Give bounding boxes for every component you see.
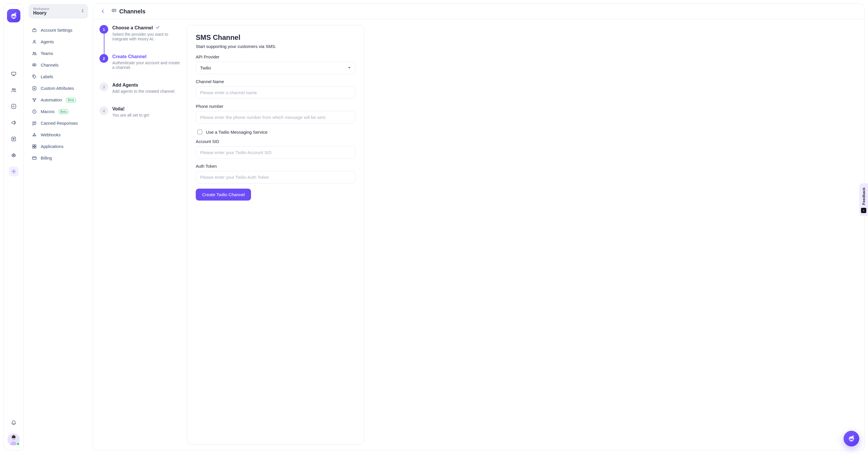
step-title: Create Channel: [112, 54, 146, 59]
rail-settings-icon[interactable]: [9, 166, 19, 176]
webhook-icon: [31, 132, 37, 138]
svg-point-30: [35, 135, 36, 136]
svg-point-27: [34, 101, 35, 102]
rail-help-center-icon[interactable]: [9, 134, 19, 144]
channel-name-input[interactable]: [196, 86, 355, 99]
auth-token-input[interactable]: [196, 171, 355, 184]
step-desc: Add agents to the created channel.: [112, 89, 176, 94]
nav-label: Account Settings: [41, 28, 72, 33]
beta-badge: Beta: [66, 98, 76, 102]
nav-custom-attributes[interactable]: Custom Attributes: [29, 83, 88, 94]
panel-header: Channels: [93, 4, 864, 19]
workspace-switcher[interactable]: Workspace Hoory: [29, 4, 88, 19]
step-title: Choose a Channel: [112, 25, 153, 31]
nav-label: Macros: [41, 109, 55, 114]
nav-label: Channels: [41, 63, 59, 67]
nav-channels[interactable]: Channels: [29, 60, 88, 70]
user-avatar[interactable]: [7, 433, 20, 446]
nav-webhooks[interactable]: Webhooks: [29, 130, 88, 140]
chevrons-up-down-icon: [81, 9, 85, 14]
status-online-indicator: [16, 442, 20, 446]
notifications-icon[interactable]: [11, 419, 17, 426]
nav-applications[interactable]: Applications: [29, 141, 88, 152]
nav-label: Agents: [41, 39, 54, 44]
briefcase-icon: [31, 27, 37, 33]
nav-label: Teams: [41, 51, 53, 56]
svg-point-40: [849, 436, 854, 442]
feedback-tab[interactable]: Feedback: [859, 184, 868, 216]
api-provider-select[interactable]: Twilio: [196, 62, 355, 74]
twilio-service-checkbox-label[interactable]: Use a Twilio Messaging Service: [206, 130, 267, 135]
step-desc: You are all set to go!: [112, 113, 149, 118]
svg-point-13: [14, 155, 14, 156]
nav-label: Webhooks: [41, 133, 61, 137]
svg-point-29: [33, 135, 34, 136]
chat-launcher-button[interactable]: [843, 431, 859, 447]
brand-logo[interactable]: [7, 9, 20, 22]
automation-icon: [31, 97, 37, 103]
svg-point-25: [33, 98, 34, 99]
sms-channel-form: SMS Channel Start supporting your custom…: [187, 25, 364, 445]
svg-rect-37: [112, 9, 116, 12]
step-title: Voila!: [112, 106, 124, 111]
svg-point-38: [863, 210, 863, 210]
rail-reports-icon[interactable]: [9, 101, 19, 111]
step-desc: Select the provider you want to integrat…: [112, 32, 182, 41]
nav-billing[interactable]: Billing: [29, 153, 88, 163]
twilio-service-checkbox[interactable]: [197, 130, 202, 134]
svg-point-3: [12, 16, 13, 17]
applications-icon: [31, 143, 37, 150]
phone-number-label: Phone number: [196, 104, 355, 109]
billing-icon: [31, 155, 37, 161]
nav-teams[interactable]: Teams: [29, 48, 88, 59]
nav-label: Canned Responses: [41, 121, 78, 126]
nav-account-settings[interactable]: Account Settings: [29, 25, 88, 35]
nav-label: Applications: [41, 144, 63, 149]
rail-campaigns-icon[interactable]: [9, 118, 19, 128]
step-desc: Authenticate your account and create a c…: [112, 61, 182, 70]
tag-icon: [31, 74, 37, 79]
nav-agents[interactable]: Agents: [29, 37, 88, 47]
nav-canned-responses[interactable]: Canned Responses: [29, 118, 88, 128]
svg-point-21: [35, 53, 36, 54]
step-choose-channel: 1 Choose a Channel Select the provider y…: [99, 25, 182, 54]
step-add-agents: 3 Add Agents Add agents to the created c…: [99, 83, 182, 106]
rail-chat-icon[interactable]: [9, 69, 19, 79]
svg-point-43: [850, 439, 851, 440]
step-create-channel: 2 Create Channel Authenticate your accou…: [99, 54, 182, 83]
nav-label: Labels: [41, 74, 53, 79]
svg-point-12: [13, 155, 13, 156]
channel-wizard-stepper: 1 Choose a Channel Select the provider y…: [99, 25, 187, 445]
svg-rect-34: [33, 147, 34, 148]
step-number: 2: [99, 54, 108, 63]
back-button[interactable]: [99, 8, 106, 15]
nav-label: Custom Attributes: [41, 86, 74, 91]
step-number: 1: [99, 25, 108, 34]
nav-labels[interactable]: Labels: [29, 71, 88, 82]
workspace-label: Workspace: [33, 7, 84, 10]
step-voila: 4 Voila! You are all set to go!: [99, 106, 182, 118]
macro-icon: [31, 109, 37, 115]
create-channel-button[interactable]: Create Twilio Channel: [196, 189, 251, 200]
svg-point-44: [852, 439, 853, 440]
attributes-icon: [31, 86, 37, 91]
account-sid-input[interactable]: [196, 146, 355, 159]
svg-rect-22: [33, 64, 36, 66]
svg-point-31: [34, 133, 35, 134]
svg-point-14: [13, 171, 14, 172]
svg-point-23: [33, 75, 34, 76]
feedback-label: Feedback: [862, 188, 866, 205]
nav-automation[interactable]: Automation Beta: [29, 95, 88, 105]
rail-contacts-icon[interactable]: [9, 85, 19, 95]
rail-bot-icon[interactable]: [9, 150, 19, 160]
nav-label: Billing: [41, 156, 52, 160]
channel-icon: [31, 62, 37, 68]
svg-point-7: [12, 88, 14, 90]
nav-label: Automation: [41, 98, 62, 102]
svg-rect-36: [32, 157, 36, 160]
phone-number-input[interactable]: [196, 111, 355, 124]
users-icon: [31, 51, 37, 56]
main-panel: Channels 1 Choose a Channel Select the p…: [93, 3, 865, 451]
check-icon: [155, 25, 160, 31]
nav-macros[interactable]: Macros Beta: [29, 106, 88, 117]
